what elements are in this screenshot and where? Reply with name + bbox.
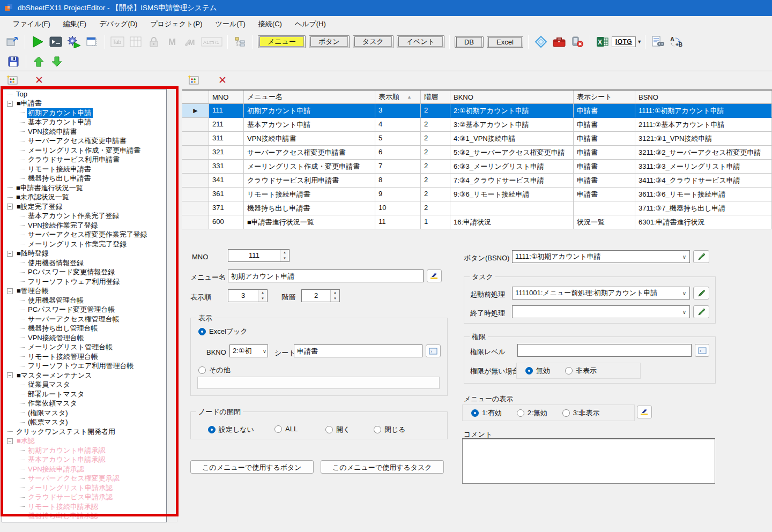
device-disconnect-icon[interactable] [569,34,585,49]
mode-button[interactable]: ボタン [309,35,350,48]
grid-cell[interactable] [574,201,635,215]
tree-item-label[interactable]: 基本アカウント作業完了登録 [27,211,121,221]
grid-cell[interactable]: 2 [421,132,450,146]
row-selector-cell[interactable] [182,146,209,160]
debug-console-icon[interactable] [48,34,64,49]
node-open-option[interactable]: 設定しない [208,425,254,434]
grid-cell[interactable]: 3121:③1_VPN接続申請 [635,132,772,146]
tree-item[interactable]: −■随時登録 [2,249,166,259]
grid-cell[interactable]: 3 [375,104,421,118]
panel-splitter[interactable] [179,71,182,532]
tree-item[interactable]: メーリングリスト申請承認 [2,483,166,493]
node-open-radio-circle[interactable] [325,426,333,433]
no-permission-option[interactable]: 非表示 [565,366,597,376]
tree-item[interactable]: クリックワンステスト開発者用 [2,427,166,437]
mode-button[interactable]: タスク [353,35,394,48]
node-open-radio-circle[interactable] [274,425,282,433]
grid-cell[interactable]: 申請書 [574,146,635,160]
grid-cell[interactable]: 2 [421,201,450,215]
tree-item[interactable]: −■承認 [2,437,166,446]
grid-cell[interactable]: 311 [209,132,244,146]
tree-item-label[interactable]: ■未承認状況一覧 [15,192,70,202]
tree-item-label[interactable]: 機器持ち出し申請書 [27,174,92,183]
tree-collapse-icon[interactable]: − [7,251,13,257]
tree-item[interactable]: −■管理台帳 [2,287,166,296]
tree-item[interactable]: PCパスワード変更情報登録 [2,268,166,278]
tree-item[interactable]: サーバーアクセス権変更承認 [2,474,166,484]
tree-item[interactable]: −■設定完了登録 [2,202,166,212]
grid-cell[interactable]: 16:申請状況 [450,215,574,229]
grid-cell[interactable]: 6:③3_メーリングリスト申請 [450,160,574,174]
grid-cell[interactable]: 11 [375,215,421,229]
grid-cell[interactable]: 2111:②基本アカウント申請 [635,118,772,132]
grid-cell[interactable]: 7 [375,160,421,174]
tree-item-label[interactable]: クリックワンステスト開発者用 [15,427,116,437]
permission-level-input[interactable] [517,344,692,357]
no-permission-radio-circle[interactable] [525,367,533,374]
grid-cell[interactable]: 3411:③4_クラウドサービス申請 [635,174,772,188]
tree-item-label[interactable]: メーリングリスト作業完了登録 [27,239,128,249]
grid-cell[interactable]: 3311:③3_メーリングリスト申請 [635,160,772,174]
tree-view-icon[interactable] [232,34,248,49]
tree-collapse-icon[interactable]: − [7,438,13,444]
tree-item-label[interactable]: サーバーアクセス権変更申請書 [27,136,128,146]
grid-cell[interactable]: 600 [209,215,244,229]
tree-item-label[interactable]: PCパスワード変更情報登録 [27,267,116,277]
no-permission-radio-circle[interactable] [565,367,573,374]
menu-item[interactable]: プロジェクト(P) [144,17,209,31]
other-radio-circle[interactable] [198,366,206,374]
row-selector-cell[interactable]: ▶ [182,104,209,118]
grid-cell[interactable]: サーバーアクセス権変更申請書 [244,146,375,160]
tree-item-label[interactable]: ■随時登録 [16,249,50,258]
grid-cell[interactable]: 4 [375,118,421,132]
tree-item[interactable]: 初期アカウント申請承認 [2,446,166,455]
excel-book-radio-circle[interactable] [198,328,206,335]
grid-cell[interactable]: 10 [375,201,421,215]
post-process-arrow[interactable]: ∨ [679,309,689,315]
grid-cell[interactable]: 3211:③2_サーバーアクセス権変更申請 [635,146,772,160]
tree-item[interactable]: VPN接続申請承認 [2,464,166,474]
grid-cell[interactable]: 状況一覧 [574,215,635,229]
grid-row[interactable]: 311VPN接続申請書524:③1_VPN接続申請申請書3121:③1_VPN接… [182,132,772,146]
node-open-radio-circle[interactable] [208,426,216,433]
tree-vertical-scrollbar[interactable] [168,89,177,522]
tree-item-label[interactable]: メーリングリスト管理台帳 [27,342,114,352]
tree-item-label[interactable]: 基本アカウント申請 [27,117,93,127]
tree-item[interactable]: 使用機器情報登録 [2,258,166,268]
tree-item-label[interactable]: メーリングリスト作成・変更申請書 [27,146,142,155]
tree-item-label[interactable]: リモート接続管理台帳 [27,352,99,362]
grid-cell[interactable]: 341 [209,174,244,188]
grid-cell[interactable]: 361 [209,188,244,201]
tree-item-label[interactable]: フリーソフトウエア利用管理台帳 [27,361,135,371]
tree-item[interactable]: 基本アカウント申請 [2,118,166,128]
grid-cell[interactable]: リモート接続申請書 [244,188,375,201]
grid-cell[interactable]: 2 [421,188,450,201]
row-selector-cell[interactable] [182,118,209,132]
grid-cell[interactable]: 2 [421,104,450,118]
menu-display-radio-circle[interactable] [517,409,524,417]
tree-item-label[interactable]: 部署ルートマスタ [27,389,86,399]
sheet-expression-button[interactable]: › [426,344,441,357]
tree-item[interactable]: (権限マスタ) [2,408,166,418]
grid-cell[interactable]: 申請書 [574,118,635,132]
bkno-combobox-arrow[interactable]: ∨ [262,348,268,354]
grid-cell[interactable] [450,201,574,215]
post-process-combobox[interactable]: ∨ [512,305,690,318]
tree-item-label[interactable]: ■申請書 [16,99,43,108]
download-icon[interactable] [49,54,65,69]
tree-item-label[interactable]: クラウドサービス申請承認 [27,492,114,502]
display-order-stepper[interactable]: 3 ▲▼ [228,289,268,302]
tree-item-label[interactable]: フリーソフトウェア利用登録 [27,277,121,287]
grid-cell[interactable]: 9:③6_リモート接続申請 [450,188,574,201]
edit-m-icon[interactable]: M [182,34,198,49]
grid-cell[interactable]: 111 [209,104,244,118]
rename-ab-icon[interactable]: A+B [668,34,684,49]
tab-icon[interactable]: Tab [109,34,125,49]
hierarchy-spin-arrows[interactable]: ▲▼ [330,290,339,302]
grid-cell[interactable]: 331 [209,160,244,174]
a1r1-icon[interactable]: A1⇄R1 [201,34,223,49]
grid-cell[interactable]: 2 [421,146,450,160]
tree-item[interactable]: 基本アカウント申請承認 [2,455,166,465]
tree-item-label[interactable]: 基本アカウント申請承認 [27,455,107,464]
tree-item-label[interactable]: 作業依頼マスタ [27,399,78,408]
